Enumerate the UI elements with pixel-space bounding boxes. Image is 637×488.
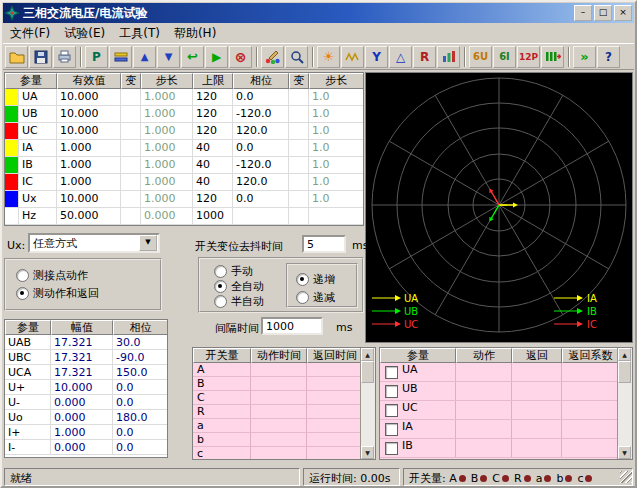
phase-step-cell[interactable]: 1.0 <box>309 174 363 190</box>
phase-vary-flag-cell[interactable] <box>289 123 309 139</box>
rms-value-cell[interactable]: 10.000 <box>57 106 121 122</box>
parameter-row[interactable]: Hz 50.000 0.000 1000 <box>5 208 363 225</box>
twelve-phase-button[interactable]: 12P <box>517 46 540 68</box>
vary-flag-cell[interactable] <box>121 157 141 173</box>
phase-step-cell[interactable] <box>309 208 363 224</box>
limit-cell[interactable]: 40 <box>193 174 233 190</box>
menu-item[interactable]: 工具(T) <box>112 23 167 44</box>
limit-cell[interactable]: 120 <box>193 106 233 122</box>
enable-checkbox[interactable] <box>385 404 398 417</box>
phase-step-cell[interactable]: 1.0 <box>309 140 363 156</box>
step-down-button[interactable]: ▼ <box>157 46 180 68</box>
vary-flag-cell[interactable] <box>121 174 141 190</box>
phase-cell[interactable] <box>233 208 289 224</box>
rms-value-cell[interactable]: 10.000 <box>57 89 121 105</box>
parameter-settings-button[interactable]: P <box>85 46 108 68</box>
simulation-button[interactable]: ☀ <box>317 46 340 68</box>
action-row[interactable]: UB <box>380 382 632 401</box>
switch-row[interactable]: B <box>193 377 375 391</box>
resistance-button[interactable]: R <box>413 46 436 68</box>
parameter-row[interactable]: IC 1.000 1.000 40 120.0 1.0 <box>5 174 363 191</box>
phase-step-cell[interactable]: 1.0 <box>309 89 363 105</box>
phase-vary-flag-cell[interactable] <box>289 208 309 224</box>
enable-checkbox[interactable] <box>385 423 398 436</box>
rms-value-cell[interactable]: 1.000 <box>57 157 121 173</box>
save-button[interactable] <box>29 46 52 68</box>
balance-button[interactable] <box>109 46 132 68</box>
phase-cell[interactable]: 120.0 <box>233 174 289 190</box>
radio-option[interactable]: 测接点动作 <box>16 268 160 283</box>
scroll-thumb[interactable] <box>361 361 374 383</box>
phase-cell[interactable]: 0.0 <box>233 89 289 105</box>
switch-row[interactable]: a <box>193 419 375 433</box>
radio-option[interactable]: 全自动 <box>214 279 264 294</box>
six-current-button[interactable]: 6I <box>493 46 516 68</box>
interval-input[interactable] <box>261 317 323 335</box>
ux-mode-select[interactable]: 任意方式 ▼ <box>28 233 160 253</box>
phase-cell[interactable]: -120.0 <box>233 157 289 173</box>
reset-button[interactable]: ↩ <box>181 46 204 68</box>
limit-cell[interactable]: 40 <box>193 157 233 173</box>
phase-vary-flag-cell[interactable] <box>289 89 309 105</box>
limit-cell[interactable]: 120 <box>193 89 233 105</box>
parameter-row[interactable]: IB 1.000 1.000 40 -120.0 1.0 <box>5 157 363 174</box>
menu-item[interactable]: 文件(F) <box>3 23 57 44</box>
step-up-button[interactable]: ▲ <box>133 46 156 68</box>
phase-cell[interactable]: -120.0 <box>233 106 289 122</box>
phase-step-cell[interactable]: 1.0 <box>309 191 363 207</box>
phase-step-cell[interactable]: 1.0 <box>309 123 363 139</box>
radio-option[interactable]: 半自动 <box>214 294 264 309</box>
vary-flag-cell[interactable] <box>121 140 141 156</box>
step-cell[interactable]: 1.000 <box>141 106 193 122</box>
step-cell[interactable]: 1.000 <box>141 123 193 139</box>
step-cell[interactable]: 1.000 <box>141 191 193 207</box>
enable-checkbox[interactable] <box>385 442 398 455</box>
start-test-button[interactable]: ▶ <box>205 46 228 68</box>
switch-table-scrollbar[interactable]: ▲ ▼ <box>360 348 375 459</box>
phase-vary-flag-cell[interactable] <box>289 140 309 156</box>
phase-vary-flag-cell[interactable] <box>289 106 309 122</box>
chevron-down-icon[interactable]: ▼ <box>139 235 157 251</box>
close-button[interactable]: × <box>614 5 632 21</box>
parameter-row[interactable]: IA 1.000 1.000 40 0.0 1.0 <box>5 140 363 157</box>
limit-cell[interactable]: 120 <box>193 123 233 139</box>
phase-vary-flag-cell[interactable] <box>289 157 309 173</box>
resize-grip[interactable] <box>620 471 632 483</box>
phase-cell[interactable]: 0.0 <box>233 140 289 156</box>
rms-value-cell[interactable]: 10.000 <box>57 123 121 139</box>
open-file-button[interactable] <box>5 46 28 68</box>
step-cell[interactable]: 1.000 <box>141 157 193 173</box>
maximize-button[interactable]: □ <box>594 5 612 21</box>
step-cell[interactable]: 1.000 <box>141 174 193 190</box>
print-button[interactable] <box>53 46 76 68</box>
rms-value-cell[interactable]: 1.000 <box>57 140 121 156</box>
scroll-down-icon[interactable]: ▼ <box>361 446 374 459</box>
radio-option[interactable]: 递增 <box>296 272 356 287</box>
zoom-button[interactable] <box>285 46 308 68</box>
wye-connection-button[interactable]: Y <box>365 46 388 68</box>
waveform-button[interactable] <box>341 46 364 68</box>
radio-option[interactable]: 递减 <box>296 290 356 305</box>
stop-test-button[interactable]: ⊗ <box>229 46 252 68</box>
phase-cell[interactable]: 0.0 <box>233 191 289 207</box>
limit-cell[interactable]: 1000 <box>193 208 233 224</box>
enable-checkbox[interactable] <box>385 385 398 398</box>
phase-vary-flag-cell[interactable] <box>289 191 309 207</box>
scroll-up-icon[interactable]: ▲ <box>361 348 374 361</box>
switch-row[interactable]: c <box>193 447 375 460</box>
switch-row[interactable]: R <box>193 405 375 419</box>
phase-step-cell[interactable]: 1.0 <box>309 106 363 122</box>
step-cell[interactable]: 1.000 <box>141 140 193 156</box>
vary-flag-cell[interactable] <box>121 208 141 224</box>
phase-cell[interactable]: 120.0 <box>233 123 289 139</box>
vary-flag-cell[interactable] <box>121 89 141 105</box>
parameter-row[interactable]: Ux 10.000 1.000 120 0.0 1.0 <box>5 191 363 208</box>
scroll-thumb[interactable] <box>618 361 631 383</box>
parameter-row[interactable]: UA 10.000 1.000 120 0.0 1.0 <box>5 89 363 106</box>
debounce-input[interactable] <box>302 235 346 253</box>
step-cell[interactable]: 0.000 <box>141 208 193 224</box>
delta-connection-button[interactable]: △ <box>389 46 412 68</box>
rms-value-cell[interactable]: 1.000 <box>57 174 121 190</box>
action-row[interactable]: IA <box>380 420 632 439</box>
action-row[interactable]: IB <box>380 439 632 458</box>
